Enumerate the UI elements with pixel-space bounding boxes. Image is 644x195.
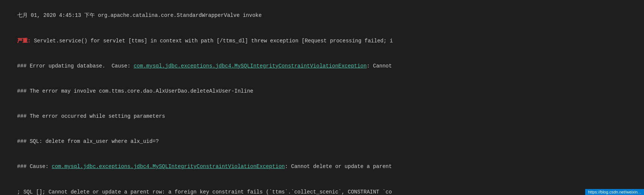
error-suffix-1: : Cannot xyxy=(367,63,392,69)
mysql-exception-link-2[interactable]: com.mysql.jdbc.exceptions.jdbc4.MySQLInt… xyxy=(52,164,285,170)
mysql-exception-link-1[interactable]: com.mysql.jdbc.exceptions.jdbc4.MySQLInt… xyxy=(133,63,367,69)
error-prefix-1: ### Error updating database. Cause: xyxy=(17,63,134,69)
cause-suffix: : Cannot delete or update a parent xyxy=(285,164,392,170)
console-output[interactable]: 七月 01, 2020 4:45:13 下午 org.apache.catali… xyxy=(0,0,644,195)
log-line-6: ### SQL: delete from alx_user where alx_… xyxy=(4,129,640,154)
log-line-5: ### The error occurred while setting par… xyxy=(4,104,640,129)
log-line-1: 七月 01, 2020 4:45:13 下午 org.apache.catali… xyxy=(4,3,640,28)
log-line-8: ; SQL []; Cannot delete or update a pare… xyxy=(4,179,640,195)
timestamp-text: 七月 01, 2020 4:45:13 下午 org.apache.catali… xyxy=(17,12,262,18)
log-line-4: ### The error may involve com.ttms.core.… xyxy=(4,79,640,104)
log-line-3: ### Error updating database. Cause: com.… xyxy=(4,53,640,78)
status-url: https://blog.csdn.net/weixin... xyxy=(588,190,641,194)
error-occurred-text: ### The error occurred while setting par… xyxy=(17,113,165,119)
severe-text: Servlet.service() for servlet [ttms] in … xyxy=(34,38,393,44)
severe-label: 严重: xyxy=(17,38,34,44)
log-line-2: 严重: Servlet.service() for servlet [ttms]… xyxy=(4,28,640,53)
sql-text: ### SQL: delete from alx_user where alx_… xyxy=(17,138,159,144)
error-involve-text: ### The error may involve com.ttms.core.… xyxy=(17,88,253,94)
status-bar: https://blog.csdn.net/weixin... xyxy=(585,189,644,195)
log-line-7: ### Cause: com.mysql.jdbc.exceptions.jdb… xyxy=(4,154,640,179)
sql-error-text: ; SQL []; Cannot delete or update a pare… xyxy=(17,189,392,195)
cause-prefix: ### Cause: xyxy=(17,164,52,170)
